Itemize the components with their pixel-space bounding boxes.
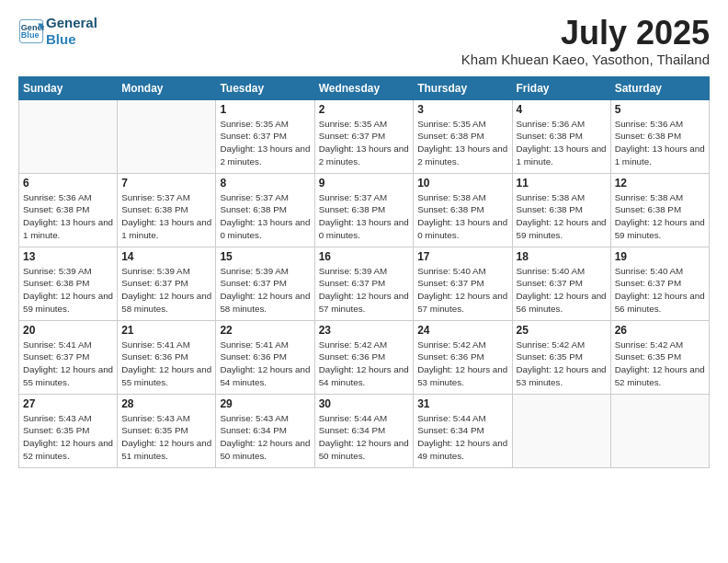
table-row: [512, 394, 610, 467]
day-number: 19: [615, 250, 705, 263]
header-wednesday: Wednesday: [314, 76, 414, 99]
day-info: Sunrise: 5:41 AM Sunset: 6:37 PM Dayligh…: [23, 339, 113, 389]
day-info: Sunrise: 5:35 AM Sunset: 6:37 PM Dayligh…: [319, 118, 410, 168]
day-number: 18: [517, 250, 607, 263]
day-info: Sunrise: 5:42 AM Sunset: 6:36 PM Dayligh…: [319, 339, 410, 389]
table-row: 9Sunrise: 5:37 AM Sunset: 6:38 PM Daylig…: [314, 173, 414, 247]
month-title: July 2025: [461, 15, 710, 52]
day-info: Sunrise: 5:44 AM Sunset: 6:34 PM Dayligh…: [417, 412, 507, 463]
table-row: 26Sunrise: 5:42 AM Sunset: 6:35 PM Dayli…: [610, 320, 709, 394]
logo-icon: General Blue: [18, 18, 44, 44]
table-row: 5Sunrise: 5:36 AM Sunset: 6:38 PM Daylig…: [610, 99, 709, 173]
day-info: Sunrise: 5:36 AM Sunset: 6:38 PM Dayligh…: [517, 118, 607, 168]
logo-text: General Blue: [46, 15, 97, 48]
day-info: Sunrise: 5:40 AM Sunset: 6:37 PM Dayligh…: [417, 265, 507, 316]
day-info: Sunrise: 5:36 AM Sunset: 6:38 PM Dayligh…: [615, 118, 705, 168]
table-row: 8Sunrise: 5:37 AM Sunset: 6:38 PM Daylig…: [216, 173, 314, 247]
table-row: 10Sunrise: 5:38 AM Sunset: 6:38 PM Dayli…: [414, 173, 512, 247]
table-row: 3Sunrise: 5:35 AM Sunset: 6:38 PM Daylig…: [414, 99, 512, 173]
day-number: 23: [319, 324, 410, 337]
table-row: [118, 99, 216, 173]
table-row: 18Sunrise: 5:40 AM Sunset: 6:37 PM Dayli…: [512, 247, 610, 320]
day-info: Sunrise: 5:40 AM Sunset: 6:37 PM Dayligh…: [517, 265, 607, 316]
table-row: 13Sunrise: 5:39 AM Sunset: 6:38 PM Dayli…: [19, 247, 118, 320]
day-info: Sunrise: 5:39 AM Sunset: 6:37 PM Dayligh…: [121, 265, 211, 316]
day-info: Sunrise: 5:38 AM Sunset: 6:38 PM Dayligh…: [517, 191, 607, 242]
day-info: Sunrise: 5:43 AM Sunset: 6:34 PM Dayligh…: [220, 412, 310, 463]
location-title: Kham Khuean Kaeo, Yasothon, Thailand: [461, 52, 710, 67]
day-info: Sunrise: 5:37 AM Sunset: 6:38 PM Dayligh…: [220, 191, 310, 242]
day-info: Sunrise: 5:44 AM Sunset: 6:34 PM Dayligh…: [319, 412, 410, 463]
calendar-week-row: 20Sunrise: 5:41 AM Sunset: 6:37 PM Dayli…: [19, 320, 710, 394]
day-info: Sunrise: 5:43 AM Sunset: 6:35 PM Dayligh…: [23, 412, 113, 463]
table-row: 30Sunrise: 5:44 AM Sunset: 6:34 PM Dayli…: [314, 394, 414, 467]
calendar-week-row: 1Sunrise: 5:35 AM Sunset: 6:37 PM Daylig…: [19, 99, 710, 173]
day-number: 17: [417, 250, 507, 263]
table-row: 29Sunrise: 5:43 AM Sunset: 6:34 PM Dayli…: [216, 394, 314, 467]
day-number: 30: [319, 397, 410, 410]
day-number: 8: [220, 177, 310, 190]
day-number: 10: [417, 177, 507, 190]
table-row: 16Sunrise: 5:39 AM Sunset: 6:37 PM Dayli…: [314, 247, 414, 320]
day-info: Sunrise: 5:38 AM Sunset: 6:38 PM Dayligh…: [615, 191, 705, 242]
table-row: 20Sunrise: 5:41 AM Sunset: 6:37 PM Dayli…: [19, 320, 118, 394]
day-info: Sunrise: 5:42 AM Sunset: 6:36 PM Dayligh…: [417, 339, 507, 389]
table-row: 25Sunrise: 5:42 AM Sunset: 6:35 PM Dayli…: [512, 320, 610, 394]
header-tuesday: Tuesday: [216, 76, 314, 99]
table-row: 1Sunrise: 5:35 AM Sunset: 6:37 PM Daylig…: [216, 99, 314, 173]
day-info: Sunrise: 5:39 AM Sunset: 6:37 PM Dayligh…: [319, 265, 410, 316]
header-thursday: Thursday: [414, 76, 512, 99]
day-info: Sunrise: 5:38 AM Sunset: 6:38 PM Dayligh…: [417, 191, 507, 242]
day-number: 24: [417, 324, 507, 337]
day-info: Sunrise: 5:36 AM Sunset: 6:38 PM Dayligh…: [23, 191, 113, 242]
table-row: 19Sunrise: 5:40 AM Sunset: 6:37 PM Dayli…: [610, 247, 709, 320]
table-row: 12Sunrise: 5:38 AM Sunset: 6:38 PM Dayli…: [610, 173, 709, 247]
calendar-week-row: 6Sunrise: 5:36 AM Sunset: 6:38 PM Daylig…: [19, 173, 710, 247]
day-number: 7: [121, 177, 211, 190]
day-number: 28: [121, 397, 211, 410]
table-row: [19, 99, 118, 173]
day-info: Sunrise: 5:35 AM Sunset: 6:38 PM Dayligh…: [417, 118, 507, 168]
calendar-week-row: 27Sunrise: 5:43 AM Sunset: 6:35 PM Dayli…: [19, 394, 710, 467]
header: General Blue General Blue July 2025 Kham…: [18, 15, 710, 67]
day-info: Sunrise: 5:39 AM Sunset: 6:37 PM Dayligh…: [220, 265, 310, 316]
day-number: 13: [23, 250, 113, 263]
header-monday: Monday: [118, 76, 216, 99]
day-number: 14: [121, 250, 211, 263]
day-info: Sunrise: 5:35 AM Sunset: 6:37 PM Dayligh…: [220, 118, 310, 168]
day-number: 27: [23, 397, 113, 410]
day-number: 31: [417, 397, 507, 410]
table-row: [610, 394, 709, 467]
table-row: 17Sunrise: 5:40 AM Sunset: 6:37 PM Dayli…: [414, 247, 512, 320]
day-info: Sunrise: 5:41 AM Sunset: 6:36 PM Dayligh…: [121, 339, 211, 389]
day-number: 1: [220, 103, 310, 116]
day-number: 9: [319, 177, 410, 190]
svg-text:Blue: Blue: [21, 30, 40, 40]
table-row: 22Sunrise: 5:41 AM Sunset: 6:36 PM Dayli…: [216, 320, 314, 394]
day-number: 20: [23, 324, 113, 337]
header-saturday: Saturday: [610, 76, 709, 99]
table-row: 4Sunrise: 5:36 AM Sunset: 6:38 PM Daylig…: [512, 99, 610, 173]
day-number: 11: [517, 177, 607, 190]
header-sunday: Sunday: [19, 76, 118, 99]
title-section: July 2025 Kham Khuean Kaeo, Yasothon, Th…: [461, 15, 710, 67]
table-row: 11Sunrise: 5:38 AM Sunset: 6:38 PM Dayli…: [512, 173, 610, 247]
day-number: 4: [517, 103, 607, 116]
day-info: Sunrise: 5:43 AM Sunset: 6:35 PM Dayligh…: [121, 412, 211, 463]
table-row: 7Sunrise: 5:37 AM Sunset: 6:38 PM Daylig…: [118, 173, 216, 247]
day-number: 25: [517, 324, 607, 337]
calendar-body: 1Sunrise: 5:35 AM Sunset: 6:37 PM Daylig…: [19, 99, 710, 467]
table-row: 24Sunrise: 5:42 AM Sunset: 6:36 PM Dayli…: [414, 320, 512, 394]
table-row: 27Sunrise: 5:43 AM Sunset: 6:35 PM Dayli…: [19, 394, 118, 467]
day-number: 22: [220, 324, 310, 337]
logo: General Blue General Blue: [18, 15, 97, 48]
day-info: Sunrise: 5:41 AM Sunset: 6:36 PM Dayligh…: [220, 339, 310, 389]
calendar-week-row: 13Sunrise: 5:39 AM Sunset: 6:38 PM Dayli…: [19, 247, 710, 320]
day-number: 26: [615, 324, 705, 337]
day-info: Sunrise: 5:37 AM Sunset: 6:38 PM Dayligh…: [121, 191, 211, 242]
day-number: 16: [319, 250, 410, 263]
day-number: 5: [615, 103, 705, 116]
day-number: 6: [23, 177, 113, 190]
day-info: Sunrise: 5:42 AM Sunset: 6:35 PM Dayligh…: [615, 339, 705, 389]
table-row: 2Sunrise: 5:35 AM Sunset: 6:37 PM Daylig…: [314, 99, 414, 173]
